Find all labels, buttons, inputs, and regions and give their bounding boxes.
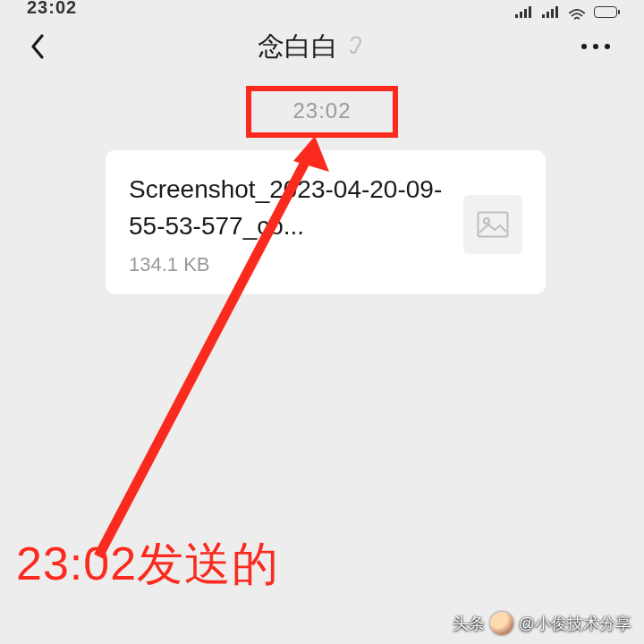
- annotation-highlight-box: 23:02: [246, 86, 397, 138]
- statusbar-indicators: [515, 0, 617, 18]
- ear-icon: [347, 33, 365, 60]
- wifi-icon: [569, 5, 585, 18]
- chat-header: 念白白: [0, 13, 644, 80]
- annotation-caption: 23:02发送的: [16, 533, 279, 596]
- file-name: Screenshot_2023-04-20-09-55-53-577_co...: [129, 172, 444, 244]
- watermark-handle: @小俊技术分享: [519, 613, 631, 634]
- watermark: 头条 @小俊技术分享: [453, 612, 631, 635]
- signal-icon-2: [542, 0, 560, 18]
- watermark-prefix: 头条: [453, 613, 485, 634]
- message-row: Screenshot_2023-04-20-09-55-53-577_co...…: [0, 138, 644, 294]
- more-button[interactable]: [572, 35, 619, 58]
- message-timestamp-row: 23:02: [0, 86, 644, 138]
- image-file-icon: [463, 195, 522, 254]
- battery-icon: [594, 6, 617, 18]
- status-bar: 23:02: [0, 0, 644, 13]
- chat-title-wrap: 念白白: [258, 29, 365, 65]
- svg-point-1: [484, 218, 489, 224]
- svg-rect-0: [479, 212, 508, 236]
- back-button[interactable]: [25, 34, 50, 59]
- file-size: 134.1 KB: [129, 253, 444, 276]
- statusbar-time: 23:02: [27, 0, 77, 18]
- file-info: Screenshot_2023-04-20-09-55-53-577_co...…: [129, 172, 444, 276]
- watermark-avatar: [490, 612, 513, 635]
- message-timestamp: 23:02: [292, 98, 351, 123]
- file-message-card[interactable]: Screenshot_2023-04-20-09-55-53-577_co...…: [106, 150, 546, 294]
- signal-icon: [515, 0, 533, 18]
- chat-title: 念白白: [258, 29, 338, 65]
